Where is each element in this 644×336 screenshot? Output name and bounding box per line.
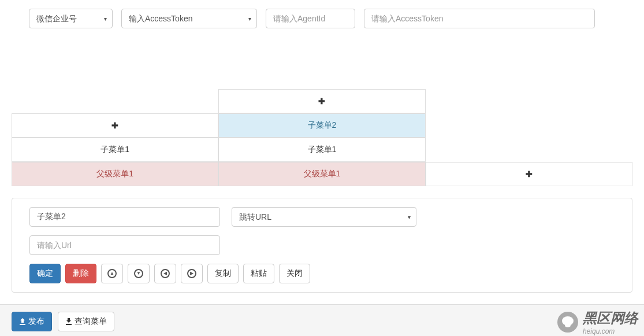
menu-name-input[interactable]	[29, 207, 220, 227]
submenu-item-2-1[interactable]: 子菜单1	[218, 138, 425, 162]
confirm-button[interactable]: 确定	[29, 264, 61, 283]
watermark-text-en: heiqu.com	[583, 327, 638, 335]
agent-id-input[interactable]	[266, 9, 355, 28]
move-right-button[interactable]: ▶	[181, 264, 203, 283]
publish-label: 发布	[28, 316, 44, 327]
token-mode-select[interactable]: 输入AccessToken	[121, 9, 257, 28]
paste-button[interactable]: 粘贴	[243, 264, 274, 283]
platform-select[interactable]: 微信企业号	[29, 9, 113, 28]
download-icon	[65, 318, 72, 325]
chevron-up-icon: ▲	[107, 269, 117, 278]
move-left-button[interactable]: ◀	[154, 264, 176, 283]
empty-cell	[426, 89, 632, 113]
watermark-text-cn: 黑区网络	[583, 309, 638, 327]
add-submenu-col1[interactable]: ✚	[12, 113, 218, 138]
parent-menu-2[interactable]: 父级菜单1	[218, 162, 425, 186]
watermark: 黑区网络 heiqu.com	[557, 309, 638, 335]
menu-type-select[interactable]: 跳转URL	[232, 207, 416, 227]
url-input[interactable]	[29, 235, 220, 255]
watermark-icon	[557, 312, 578, 333]
publish-button[interactable]: 发布	[12, 312, 52, 331]
svg-point-1	[565, 324, 571, 327]
query-menu-button[interactable]: 查询菜单	[58, 312, 114, 331]
submenu-item-2-2[interactable]: 子菜单2	[218, 113, 425, 138]
submenu-item-1-1[interactable]: 子菜单1	[12, 138, 218, 162]
add-parent-menu[interactable]: ✚	[426, 162, 632, 186]
empty-cell	[426, 138, 632, 162]
chevron-left-icon: ◀	[161, 269, 170, 278]
parent-menu-1[interactable]: 父级菜单1	[12, 162, 218, 186]
query-label: 查询菜单	[75, 316, 107, 327]
move-down-button[interactable]: ▼	[128, 264, 150, 283]
chevron-right-icon: ▶	[187, 269, 196, 278]
chevron-down-icon: ▼	[134, 269, 143, 278]
move-up-button[interactable]: ▲	[101, 264, 123, 283]
empty-cell	[12, 89, 218, 113]
add-submenu-col2[interactable]: ✚	[218, 89, 425, 113]
upload-icon	[19, 318, 26, 325]
delete-button[interactable]: 删除	[65, 264, 96, 283]
empty-cell	[426, 113, 632, 138]
close-button[interactable]: 关闭	[279, 264, 310, 283]
copy-button[interactable]: 复制	[207, 264, 239, 283]
access-token-input[interactable]	[364, 9, 595, 28]
